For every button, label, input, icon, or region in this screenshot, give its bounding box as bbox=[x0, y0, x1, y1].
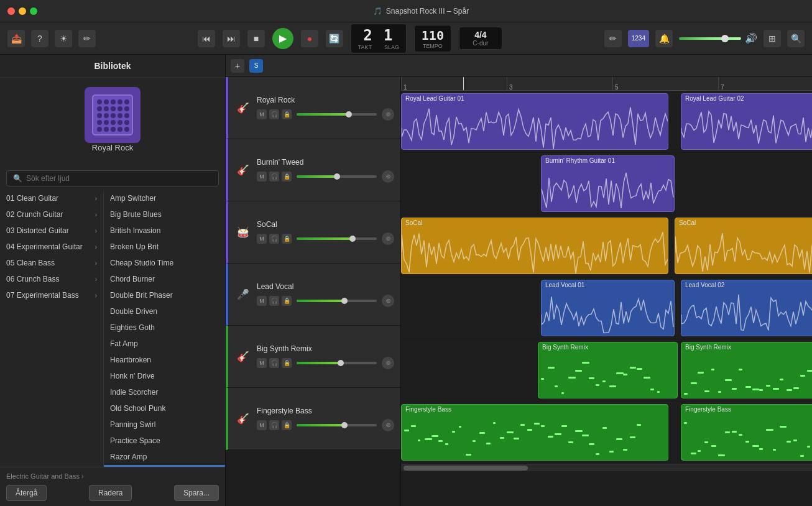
svg-point-7 bbox=[97, 106, 102, 111]
lock-btn-t-6[interactable]: 🔒 bbox=[282, 420, 292, 430]
volume-slider[interactable] bbox=[679, 37, 741, 40]
stop-button[interactable]: ■ bbox=[247, 30, 265, 47]
track-row-t-6: Fingerstyle BassFingerstyle Bass bbox=[401, 402, 812, 464]
preset-item-p-4[interactable]: Broken Up Brit bbox=[104, 239, 225, 255]
track-area: + S 🎸 Royal Rock M 🎧 🔒 ◎ 🎸 Burnin' Tweed bbox=[226, 55, 812, 506]
category-item-cat-1[interactable]: 01 Clean Guitar› bbox=[0, 190, 103, 206]
position-display[interactable]: 2 1 TAKT SLAG bbox=[351, 24, 407, 53]
fast-forward-button[interactable]: ⏭ bbox=[223, 30, 240, 47]
volume-bar-t-1[interactable] bbox=[297, 113, 377, 116]
preset-item-p-9[interactable]: Eighties Goth bbox=[104, 320, 225, 336]
cycle-button[interactable]: 🔄 bbox=[326, 30, 343, 47]
volume-bar-t-3[interactable] bbox=[297, 237, 377, 240]
scroll-thumb[interactable] bbox=[404, 466, 528, 471]
pan-knob-t-3[interactable]: ◎ bbox=[382, 232, 394, 245]
category-item-cat-7[interactable]: 07 Experimental Bass› bbox=[0, 287, 103, 303]
category-item-cat-2[interactable]: 02 Crunch Guitar› bbox=[0, 206, 103, 223]
mute-btn-t-6[interactable]: M bbox=[257, 420, 267, 430]
clip-royal-lead-guitar-02[interactable]: Royal Lead Guitar 02 bbox=[681, 93, 812, 150]
help-button[interactable]: ? bbox=[31, 30, 48, 47]
preset-item-p-1[interactable]: Amp Switcher bbox=[104, 190, 225, 206]
play-button[interactable]: ▶ bbox=[272, 28, 293, 49]
mute-btn-t-5[interactable]: M bbox=[257, 358, 267, 368]
record-button[interactable]: ● bbox=[301, 30, 318, 47]
display-button[interactable]: ☀ bbox=[55, 30, 72, 47]
search-box[interactable]: 🔍 bbox=[6, 170, 219, 186]
revert-button[interactable]: Återgå bbox=[6, 485, 47, 501]
preset-item-p-14[interactable]: Old School Punk bbox=[104, 400, 225, 416]
preset-item-p-2[interactable]: Big Brute Blues bbox=[104, 206, 225, 223]
volume-bar-t-5[interactable] bbox=[297, 362, 377, 364]
preset-item-p-17[interactable]: Razor Amp bbox=[104, 449, 225, 465]
count-in-button[interactable]: 1234 bbox=[628, 30, 649, 47]
clip-lead-vocal-02[interactable]: Lead Vocal 02 bbox=[681, 280, 812, 336]
preset-item-p-7[interactable]: Double Brit Phaser bbox=[104, 287, 225, 303]
preset-item-p-3[interactable]: British Invasion bbox=[104, 223, 225, 239]
headphone-btn-t-1[interactable]: 🎧 bbox=[269, 109, 279, 119]
clip-burnin'-rhythm-guitar-01[interactable]: Burnin' Rhythm Guitar 01 bbox=[541, 155, 675, 212]
svg-point-12 bbox=[97, 113, 102, 118]
mute-btn-t-4[interactable]: M bbox=[257, 296, 267, 306]
lock-btn-t-4[interactable]: 🔒 bbox=[282, 296, 292, 306]
clip-fingerstyle-bass[interactable]: Fingerstyle Bass bbox=[681, 404, 812, 461]
mute-btn-t-2[interactable]: M bbox=[257, 172, 267, 182]
lock-btn-t-2[interactable]: 🔒 bbox=[282, 172, 292, 182]
search-view-button[interactable]: 🔍 bbox=[787, 30, 805, 47]
pan-knob-t-2[interactable]: ◎ bbox=[382, 170, 394, 183]
lock-btn-t-1[interactable]: 🔒 bbox=[282, 109, 292, 119]
category-item-cat-6[interactable]: 06 Crunch Bass› bbox=[0, 271, 103, 287]
category-item-cat-4[interactable]: 04 Experimental Guitar› bbox=[0, 239, 103, 255]
save-button[interactable]: Spara... bbox=[174, 485, 219, 501]
tempo-display[interactable]: 110 TEMPO bbox=[414, 25, 451, 52]
close-button[interactable] bbox=[7, 7, 15, 15]
preset-item-p-8[interactable]: Double Driven bbox=[104, 303, 225, 320]
clip-big-synth-remix[interactable]: Big Synth Remix bbox=[681, 342, 812, 398]
pan-knob-t-5[interactable]: ◎ bbox=[382, 357, 394, 369]
category-item-cat-3[interactable]: 03 Distorted Guitar› bbox=[0, 223, 103, 239]
minimize-button[interactable] bbox=[19, 7, 26, 15]
clip-fingerstyle-bass[interactable]: Fingerstyle Bass bbox=[401, 404, 668, 461]
grid-view-button[interactable]: ⊞ bbox=[764, 30, 781, 47]
preset-item-p-10[interactable]: Fat Amp bbox=[104, 336, 225, 352]
notation-button[interactable]: ✏ bbox=[604, 30, 622, 47]
category-item-cat-5[interactable]: 05 Clean Bass› bbox=[0, 255, 103, 271]
headphone-btn-t-5[interactable]: 🎧 bbox=[269, 358, 279, 368]
clip-royal-lead-guitar-01[interactable]: Royal Lead Guitar 01 bbox=[401, 93, 668, 150]
add-track-button[interactable]: + bbox=[231, 59, 244, 73]
maximize-button[interactable] bbox=[30, 7, 37, 15]
clip-lead-vocal-01[interactable]: Lead Vocal 01 bbox=[541, 280, 675, 336]
smart-controls-button[interactable]: S bbox=[249, 59, 263, 73]
clip-big-synth-remix[interactable]: Big Synth Remix bbox=[538, 342, 678, 398]
lock-btn-t-3[interactable]: 🔒 bbox=[282, 234, 292, 244]
preset-item-p-12[interactable]: Honk n' Drive bbox=[104, 368, 225, 384]
lock-btn-t-5[interactable]: 🔒 bbox=[282, 358, 292, 368]
metronome-button[interactable]: 🔔 bbox=[655, 30, 673, 47]
headphone-btn-t-4[interactable]: 🎧 bbox=[269, 296, 279, 306]
share-button[interactable]: 📤 bbox=[7, 30, 25, 47]
pan-knob-t-6[interactable]: ◎ bbox=[382, 419, 394, 431]
headphone-btn-t-6[interactable]: 🎧 bbox=[269, 420, 279, 430]
pan-knob-t-4[interactable]: ◎ bbox=[382, 295, 394, 307]
pencil-button[interactable]: ✏ bbox=[78, 30, 96, 47]
rewind-button[interactable]: ⏮ bbox=[198, 30, 215, 47]
preset-item-p-11[interactable]: Heartbroken bbox=[104, 352, 225, 368]
time-sig-display[interactable]: 4/4 C-dur bbox=[459, 27, 502, 50]
preset-item-p-15[interactable]: Panning Swirl bbox=[104, 416, 225, 433]
headphone-btn-t-2[interactable]: 🎧 bbox=[269, 172, 279, 182]
volume-bar-t-2[interactable] bbox=[297, 175, 377, 178]
pan-knob-t-1[interactable]: ◎ bbox=[382, 108, 394, 121]
mute-btn-t-3[interactable]: M bbox=[257, 234, 267, 244]
volume-bar-t-6[interactable] bbox=[297, 424, 377, 426]
preset-item-p-16[interactable]: Practice Space bbox=[104, 433, 225, 449]
search-input[interactable] bbox=[26, 174, 212, 183]
mute-btn-t-1[interactable]: M bbox=[257, 109, 267, 119]
delete-button[interactable]: Radera bbox=[89, 485, 132, 501]
preset-item-p-5[interactable]: Cheap Studio Time bbox=[104, 255, 225, 271]
headphone-btn-t-3[interactable]: 🎧 bbox=[269, 234, 279, 244]
volume-bar-t-4[interactable] bbox=[297, 300, 377, 302]
clip-socal[interactable]: SoCal bbox=[401, 218, 668, 274]
timeline-scrollbar[interactable] bbox=[401, 464, 812, 471]
clip-socal[interactable]: SoCal bbox=[675, 218, 812, 274]
preset-item-p-6[interactable]: Chord Burner bbox=[104, 271, 225, 287]
preset-item-p-13[interactable]: Indie Scorcher bbox=[104, 384, 225, 400]
